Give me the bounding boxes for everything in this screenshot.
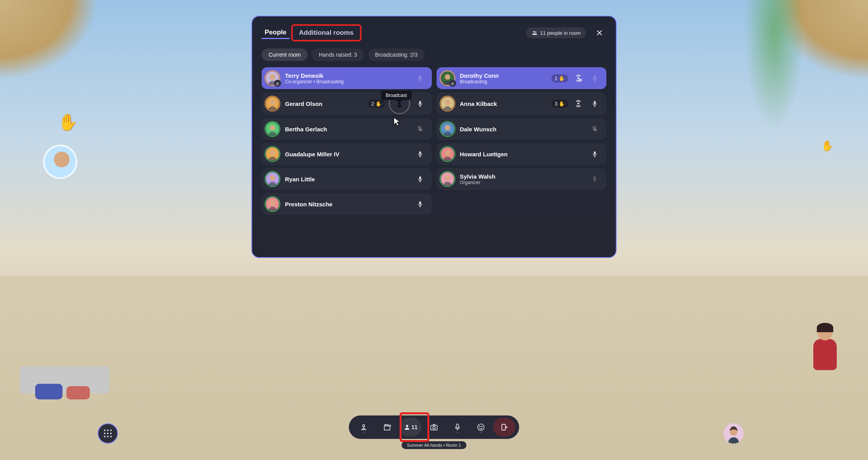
svg-rect-43 (431, 425, 438, 430)
person-actions (414, 123, 426, 135)
chip-broadcasting[interactable]: Broadcasting: 2/3 (368, 48, 425, 61)
microphone-icon (416, 100, 423, 107)
person-card[interactable]: Sylvia Walsh Organizer (436, 168, 607, 190)
camera-button[interactable] (423, 418, 445, 437)
scene-cushion-red (66, 386, 90, 399)
mic-button[interactable] (589, 173, 601, 185)
mic-button[interactable] (414, 173, 426, 185)
microphone-icon (416, 200, 423, 208)
person-card[interactable]: Gerard Olson 2 ✋ (262, 92, 432, 115)
person-name: Preston Nitzsche (285, 201, 409, 208)
mic-button[interactable] (414, 123, 426, 135)
person-name: Ryan Little (285, 176, 409, 183)
avatar-badge-icon: ◎ (449, 80, 456, 87)
close-button[interactable] (593, 26, 607, 40)
self-avatar[interactable] (723, 423, 744, 444)
person-name: Sylvia Walsh (460, 173, 584, 180)
people-in-room-pill[interactable]: 11 people in room (526, 27, 586, 38)
person-subtitle: Co-organizer • Broadcasting (285, 79, 409, 84)
person-info: Ryan Little (285, 176, 409, 183)
mic-button[interactable] (589, 72, 601, 84)
person-name: Dale Wunsch (460, 126, 584, 132)
avatar: ◎ (265, 70, 280, 86)
chip-hands-raised[interactable]: Hands raised: 3 (312, 48, 364, 61)
share-icon (359, 423, 368, 431)
clapper-button[interactable] (376, 418, 398, 437)
person-card[interactable]: Howard Luettgen (436, 143, 607, 165)
avatar (265, 171, 280, 187)
share-button[interactable]: ⌃ (353, 418, 375, 437)
avatar (439, 171, 455, 187)
broadcast-status-icon (572, 72, 585, 84)
clapper-icon (383, 423, 391, 431)
scene-raised-hand-left: ✋ (58, 113, 78, 132)
svg-point-7 (578, 77, 579, 79)
scene-tree (739, 0, 809, 149)
svg-rect-4 (419, 75, 421, 79)
people-button[interactable]: 11 (400, 418, 421, 437)
mic-button[interactable] (589, 123, 601, 135)
person-card[interactable]: Guadalupe Miller IV (262, 143, 432, 165)
person-actions: 1 ✋ (552, 72, 601, 84)
chip-current-room[interactable]: Current room (262, 48, 308, 61)
person-card[interactable]: ◎ Terry Denesik Co-organizer • Broadcast… (262, 67, 432, 89)
person-card[interactable]: ◎ Dorothy Conn Broadcasting 1 ✋ (436, 67, 607, 89)
person-card[interactable]: Anna Kilback 3 ✋ (436, 92, 607, 115)
avatar (265, 146, 280, 162)
svg-rect-13 (419, 101, 421, 104)
person-card[interactable]: Ryan Little (262, 168, 432, 190)
person-card[interactable]: Dale Wunsch (436, 118, 607, 140)
avatar (265, 96, 280, 111)
person-actions (589, 173, 601, 185)
svg-point-15 (445, 100, 450, 105)
hand-raised-badge: 3 ✋ (552, 100, 568, 108)
mic-button[interactable] (414, 72, 426, 84)
tab-people[interactable]: People (262, 27, 290, 39)
person-actions (414, 198, 426, 210)
person-subtitle: Organizer (460, 180, 584, 185)
svg-point-19 (270, 125, 275, 131)
broadcast-icon (575, 74, 582, 82)
svg-point-37 (270, 200, 275, 206)
avatar (265, 121, 280, 137)
svg-point-0 (533, 31, 534, 32)
emoji-button[interactable]: ⌃ (470, 418, 492, 437)
svg-point-48 (482, 426, 482, 427)
scene-sofa (20, 366, 109, 394)
person-name: Bertha Gerlach (285, 126, 409, 132)
apps-launcher-button[interactable] (98, 423, 118, 444)
person-info: Dale Wunsch (460, 126, 584, 132)
person-actions: 2 ✋ (368, 95, 426, 112)
mic-button[interactable]: ⌃ (447, 418, 468, 437)
person-card[interactable]: Bertha Gerlach (262, 118, 432, 140)
microphone-icon (591, 150, 598, 158)
mic-button[interactable] (414, 148, 426, 160)
people-icon (531, 30, 538, 36)
mic-button[interactable] (589, 97, 601, 110)
mic-button[interactable] (414, 97, 426, 110)
tab-additional-rooms[interactable]: Additional rooms (296, 27, 357, 38)
mic-button[interactable] (589, 148, 601, 160)
broadcast-toggle-button[interactable] (389, 93, 410, 114)
person-actions: 3 ✋ (552, 97, 601, 110)
svg-point-25 (270, 150, 275, 156)
person-actions (589, 148, 601, 160)
scene-raised-hand-right: ✋ (821, 140, 834, 152)
microphone-off-icon (591, 125, 598, 132)
person-info: Preston Nitzsche (285, 201, 409, 208)
leave-button[interactable] (493, 418, 515, 437)
panel-header: People Additional rooms 11 people in roo… (262, 24, 607, 41)
svg-rect-29 (594, 151, 596, 154)
tab-additional-rooms-highlight: Additional rooms (291, 24, 361, 41)
microphone-icon (416, 75, 423, 82)
microphone-icon (591, 175, 598, 183)
person-info: Terry Denesik Co-organizer • Broadcastin… (285, 72, 409, 84)
svg-rect-26 (419, 151, 421, 154)
mic-button[interactable] (414, 198, 426, 210)
avatar (439, 96, 455, 111)
svg-point-1 (535, 31, 536, 32)
people-in-room-label: 11 people in room (540, 30, 580, 36)
person-card[interactable]: Preston Nitzsche (262, 193, 432, 215)
svg-rect-35 (594, 176, 596, 179)
broadcast-status-icon (572, 97, 585, 110)
